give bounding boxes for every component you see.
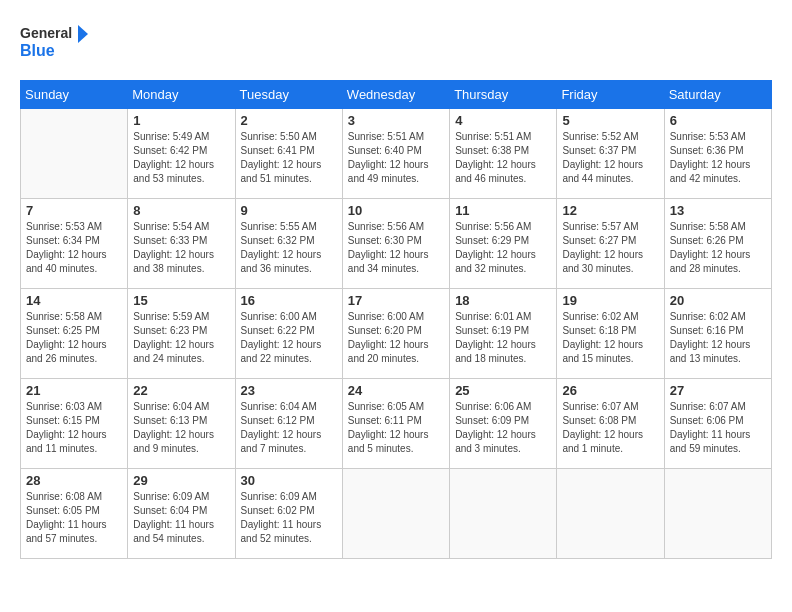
day-cell — [450, 469, 557, 559]
page-header: General Blue — [20, 20, 772, 64]
day-info: Sunrise: 5:52 AM Sunset: 6:37 PM Dayligh… — [562, 130, 658, 186]
day-number: 2 — [241, 113, 337, 128]
day-info: Sunrise: 5:51 AM Sunset: 6:38 PM Dayligh… — [455, 130, 551, 186]
header-sunday: Sunday — [21, 81, 128, 109]
day-number: 4 — [455, 113, 551, 128]
day-cell: 26Sunrise: 6:07 AM Sunset: 6:08 PM Dayli… — [557, 379, 664, 469]
day-cell: 2Sunrise: 5:50 AM Sunset: 6:41 PM Daylig… — [235, 109, 342, 199]
day-info: Sunrise: 6:00 AM Sunset: 6:20 PM Dayligh… — [348, 310, 444, 366]
day-cell: 16Sunrise: 6:00 AM Sunset: 6:22 PM Dayli… — [235, 289, 342, 379]
day-info: Sunrise: 6:03 AM Sunset: 6:15 PM Dayligh… — [26, 400, 122, 456]
day-info: Sunrise: 5:51 AM Sunset: 6:40 PM Dayligh… — [348, 130, 444, 186]
header-saturday: Saturday — [664, 81, 771, 109]
day-number: 6 — [670, 113, 766, 128]
day-number: 17 — [348, 293, 444, 308]
day-cell — [557, 469, 664, 559]
week-row-2: 7Sunrise: 5:53 AM Sunset: 6:34 PM Daylig… — [21, 199, 772, 289]
day-number: 19 — [562, 293, 658, 308]
day-cell — [342, 469, 449, 559]
day-info: Sunrise: 6:09 AM Sunset: 6:02 PM Dayligh… — [241, 490, 337, 546]
day-info: Sunrise: 6:05 AM Sunset: 6:11 PM Dayligh… — [348, 400, 444, 456]
day-number: 16 — [241, 293, 337, 308]
week-row-3: 14Sunrise: 5:58 AM Sunset: 6:25 PM Dayli… — [21, 289, 772, 379]
day-number: 1 — [133, 113, 229, 128]
day-info: Sunrise: 6:07 AM Sunset: 6:08 PM Dayligh… — [562, 400, 658, 456]
header-monday: Monday — [128, 81, 235, 109]
day-number: 3 — [348, 113, 444, 128]
day-info: Sunrise: 6:04 AM Sunset: 6:13 PM Dayligh… — [133, 400, 229, 456]
day-cell: 21Sunrise: 6:03 AM Sunset: 6:15 PM Dayli… — [21, 379, 128, 469]
day-number: 18 — [455, 293, 551, 308]
day-number: 11 — [455, 203, 551, 218]
day-number: 24 — [348, 383, 444, 398]
day-cell: 12Sunrise: 5:57 AM Sunset: 6:27 PM Dayli… — [557, 199, 664, 289]
svg-text:General: General — [20, 25, 72, 41]
day-cell: 29Sunrise: 6:09 AM Sunset: 6:04 PM Dayli… — [128, 469, 235, 559]
day-info: Sunrise: 5:50 AM Sunset: 6:41 PM Dayligh… — [241, 130, 337, 186]
day-cell: 17Sunrise: 6:00 AM Sunset: 6:20 PM Dayli… — [342, 289, 449, 379]
day-cell: 1Sunrise: 5:49 AM Sunset: 6:42 PM Daylig… — [128, 109, 235, 199]
day-cell: 14Sunrise: 5:58 AM Sunset: 6:25 PM Dayli… — [21, 289, 128, 379]
day-cell: 13Sunrise: 5:58 AM Sunset: 6:26 PM Dayli… — [664, 199, 771, 289]
day-cell: 28Sunrise: 6:08 AM Sunset: 6:05 PM Dayli… — [21, 469, 128, 559]
day-cell — [21, 109, 128, 199]
day-number: 23 — [241, 383, 337, 398]
day-cell: 20Sunrise: 6:02 AM Sunset: 6:16 PM Dayli… — [664, 289, 771, 379]
svg-marker-2 — [78, 25, 88, 43]
day-cell: 24Sunrise: 6:05 AM Sunset: 6:11 PM Dayli… — [342, 379, 449, 469]
day-info: Sunrise: 5:53 AM Sunset: 6:36 PM Dayligh… — [670, 130, 766, 186]
header-wednesday: Wednesday — [342, 81, 449, 109]
day-info: Sunrise: 6:09 AM Sunset: 6:04 PM Dayligh… — [133, 490, 229, 546]
day-info: Sunrise: 5:55 AM Sunset: 6:32 PM Dayligh… — [241, 220, 337, 276]
day-number: 27 — [670, 383, 766, 398]
day-number: 5 — [562, 113, 658, 128]
day-cell: 19Sunrise: 6:02 AM Sunset: 6:18 PM Dayli… — [557, 289, 664, 379]
week-row-5: 28Sunrise: 6:08 AM Sunset: 6:05 PM Dayli… — [21, 469, 772, 559]
day-info: Sunrise: 6:01 AM Sunset: 6:19 PM Dayligh… — [455, 310, 551, 366]
week-row-1: 1Sunrise: 5:49 AM Sunset: 6:42 PM Daylig… — [21, 109, 772, 199]
calendar-table: SundayMondayTuesdayWednesdayThursdayFrid… — [20, 80, 772, 559]
day-number: 14 — [26, 293, 122, 308]
day-number: 29 — [133, 473, 229, 488]
day-cell: 7Sunrise: 5:53 AM Sunset: 6:34 PM Daylig… — [21, 199, 128, 289]
day-info: Sunrise: 6:02 AM Sunset: 6:16 PM Dayligh… — [670, 310, 766, 366]
day-info: Sunrise: 6:08 AM Sunset: 6:05 PM Dayligh… — [26, 490, 122, 546]
day-number: 22 — [133, 383, 229, 398]
week-row-4: 21Sunrise: 6:03 AM Sunset: 6:15 PM Dayli… — [21, 379, 772, 469]
day-number: 12 — [562, 203, 658, 218]
day-info: Sunrise: 5:56 AM Sunset: 6:29 PM Dayligh… — [455, 220, 551, 276]
day-cell: 9Sunrise: 5:55 AM Sunset: 6:32 PM Daylig… — [235, 199, 342, 289]
day-number: 10 — [348, 203, 444, 218]
day-cell: 3Sunrise: 5:51 AM Sunset: 6:40 PM Daylig… — [342, 109, 449, 199]
day-info: Sunrise: 5:59 AM Sunset: 6:23 PM Dayligh… — [133, 310, 229, 366]
day-cell: 27Sunrise: 6:07 AM Sunset: 6:06 PM Dayli… — [664, 379, 771, 469]
day-info: Sunrise: 6:06 AM Sunset: 6:09 PM Dayligh… — [455, 400, 551, 456]
day-cell: 15Sunrise: 5:59 AM Sunset: 6:23 PM Dayli… — [128, 289, 235, 379]
day-info: Sunrise: 6:04 AM Sunset: 6:12 PM Dayligh… — [241, 400, 337, 456]
logo: General Blue — [20, 20, 90, 64]
calendar-header-row: SundayMondayTuesdayWednesdayThursdayFrid… — [21, 81, 772, 109]
day-info: Sunrise: 5:56 AM Sunset: 6:30 PM Dayligh… — [348, 220, 444, 276]
day-cell: 5Sunrise: 5:52 AM Sunset: 6:37 PM Daylig… — [557, 109, 664, 199]
day-number: 25 — [455, 383, 551, 398]
day-number: 28 — [26, 473, 122, 488]
day-number: 20 — [670, 293, 766, 308]
day-cell: 22Sunrise: 6:04 AM Sunset: 6:13 PM Dayli… — [128, 379, 235, 469]
day-number: 13 — [670, 203, 766, 218]
day-number: 8 — [133, 203, 229, 218]
header-friday: Friday — [557, 81, 664, 109]
day-info: Sunrise: 5:49 AM Sunset: 6:42 PM Dayligh… — [133, 130, 229, 186]
header-thursday: Thursday — [450, 81, 557, 109]
day-cell: 4Sunrise: 5:51 AM Sunset: 6:38 PM Daylig… — [450, 109, 557, 199]
day-number: 7 — [26, 203, 122, 218]
day-number: 21 — [26, 383, 122, 398]
day-cell: 11Sunrise: 5:56 AM Sunset: 6:29 PM Dayli… — [450, 199, 557, 289]
day-number: 26 — [562, 383, 658, 398]
day-cell: 18Sunrise: 6:01 AM Sunset: 6:19 PM Dayli… — [450, 289, 557, 379]
day-info: Sunrise: 5:58 AM Sunset: 6:25 PM Dayligh… — [26, 310, 122, 366]
day-info: Sunrise: 5:54 AM Sunset: 6:33 PM Dayligh… — [133, 220, 229, 276]
day-cell: 25Sunrise: 6:06 AM Sunset: 6:09 PM Dayli… — [450, 379, 557, 469]
day-cell: 30Sunrise: 6:09 AM Sunset: 6:02 PM Dayli… — [235, 469, 342, 559]
svg-text:Blue: Blue — [20, 42, 55, 59]
day-cell: 8Sunrise: 5:54 AM Sunset: 6:33 PM Daylig… — [128, 199, 235, 289]
